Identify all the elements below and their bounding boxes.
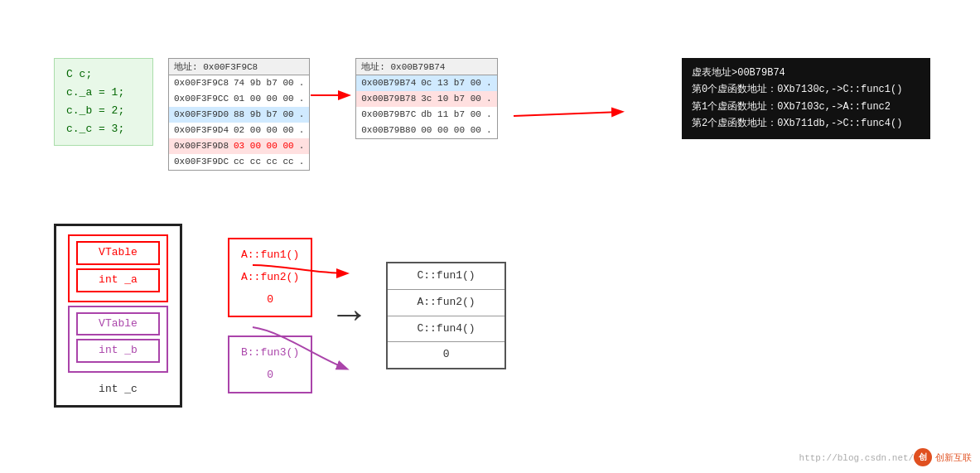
vtable-purple-box: B::fun3() 0 (228, 335, 312, 393)
fun1-label: A::fun1() (241, 244, 299, 267)
code-line-1: C c; (66, 65, 141, 84)
vtable-red-box: A::fun1() A::fun2() 0 (228, 238, 312, 317)
result-row-1: A::fun2() (388, 290, 504, 316)
logo-icon: 创 (914, 448, 932, 466)
vtable-purple-zero: 0 (241, 364, 299, 387)
fun2-label: A::fun2() (241, 267, 299, 289)
result-row-0: C::fun1() (388, 263, 504, 290)
int-c-label: int _c (68, 376, 168, 397)
info-black-box: 虚表地址>00B79B74 第0个虚函数地址：0Xb7130c,->C::fun… (682, 58, 930, 139)
fun3-label: B::fun3() (241, 342, 299, 364)
code-line-2: c._a = 1; (66, 84, 141, 102)
red-group: VTable int _a (68, 234, 168, 302)
green-code-box: C c; c._a = 1; c._b = 2; c._c = 3; (54, 58, 153, 146)
object-box: VTable int _a VTable int _b int _c (54, 224, 182, 408)
mem1-row-0: 0x00F3F9C874 9b b7 00. (169, 75, 309, 91)
logo-text: 创新互联 (935, 451, 972, 464)
result-box: C::fun1() A::fun2() C::fun4() 0 (386, 262, 506, 369)
info-line-1: 第1个虚函数地址：0Xb7103c,->A::func2 (692, 99, 920, 115)
result-row-3: 0 (388, 342, 504, 368)
mem1-row-2: 0x00F3F9D088 9b b7 00. (169, 107, 309, 123)
mem2-header: 地址: 0x00B79B74 (356, 59, 496, 75)
mem2-row-0: 0x00B79B740c 13 b7 00. (356, 75, 496, 91)
watermark: http://blog.csdn.net/... (799, 453, 930, 463)
vtable-red-zero: 0 (241, 289, 299, 311)
mem1-row-3: 0x00F3F9D402 00 00 00. (169, 123, 309, 138)
vtable-red-label: VTable (76, 241, 160, 265)
mem1-header: 地址: 0x00F3F9C8 (169, 59, 309, 75)
info-title: 虚表地址>00B79B74 (692, 65, 920, 81)
vtable-purple-label: VTable (76, 312, 160, 336)
int-a-label: int _a (76, 268, 160, 292)
mem2-row-2: 0x00B79B7Cdb 11 b7 00. (356, 107, 496, 123)
code-line-4: c._c = 3; (66, 120, 141, 138)
big-right-arrow: → (337, 296, 361, 335)
mem2-row-1: 0x00B79B783c 10 b7 00. (356, 91, 496, 107)
info-line-0: 第0个虚函数地址：0Xb7130c,->C::func1() (692, 81, 920, 98)
purple-group: VTable int _b (68, 306, 168, 374)
vtable-funcs: A::fun1() A::fun2() 0 B::fun3() 0 (228, 238, 312, 393)
logo-area: 创 创新互联 (914, 448, 972, 466)
mem1-row-1: 0x00F3F9CC01 00 00 00. (169, 91, 309, 107)
code-line-3: c._b = 2; (66, 102, 141, 120)
result-row-2: C::fun4() (388, 316, 504, 343)
memory-box-1: 地址: 0x00F3F9C8 0x00F3F9C874 9b b7 00. 0x… (168, 58, 310, 171)
info-line-2: 第2个虚函数地址：0Xb711db,->C::func4() (692, 115, 920, 132)
bottom-section: VTable int _a VTable int _b int _c A::fu… (54, 224, 506, 408)
memory-box-2: 地址: 0x00B79B74 0x00B79B740c 13 b7 00. 0x… (355, 58, 497, 139)
mem2-row-3: 0x00B79B8000 00 00 00. (356, 123, 496, 138)
mem1-row-5: 0x00F3F9DCcc cc cc cc. (169, 154, 309, 170)
int-b-label: int _b (76, 339, 160, 363)
top-section: C c; c._a = 1; c._b = 2; c._c = 3; 地址: 0… (54, 58, 498, 171)
mem1-row-4: 0x00F3F9D803 00 00 00. (169, 138, 309, 154)
